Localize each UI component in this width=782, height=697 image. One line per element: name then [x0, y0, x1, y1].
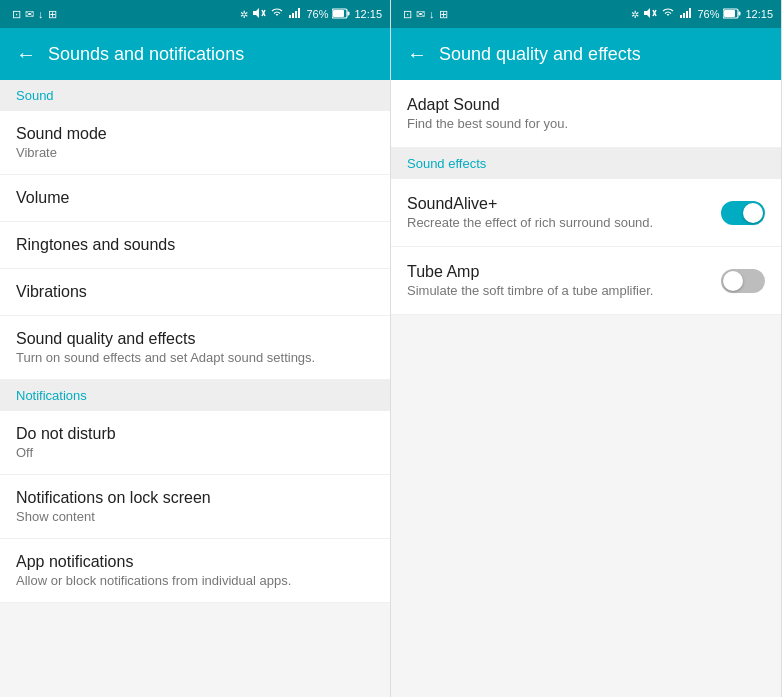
tube-amp-text: Tube Amp Simulate the soft timbre of a t… [407, 263, 721, 298]
sound-quality-item[interactable]: Sound quality and effects Turn on sound … [0, 316, 390, 380]
lock-screen-notifications-title: Notifications on lock screen [16, 489, 374, 507]
svg-rect-8 [333, 10, 344, 17]
r-battery-percent: 76% [697, 8, 719, 20]
left-toolbar: ← Sounds and notifications [0, 28, 390, 80]
r-wifi-icon [661, 8, 675, 20]
svg-rect-13 [686, 11, 688, 18]
left-content: Sound Sound mode Vibrate Volume Ringtone… [0, 80, 390, 697]
r-notification-icon-2: ✉ [416, 8, 425, 21]
time: 12:15 [354, 8, 382, 20]
mute-icon [252, 7, 266, 21]
right-content: Adapt Sound Find the best sound for you.… [391, 80, 781, 697]
sound-effects-section-header: Sound effects [391, 148, 781, 179]
svg-rect-7 [348, 11, 350, 15]
wifi-icon [270, 8, 284, 20]
r-bluetooth-icon: ✲ [631, 9, 639, 20]
svg-rect-3 [292, 13, 294, 18]
lock-screen-notifications-subtitle: Show content [16, 509, 374, 524]
sound-quality-subtitle: Turn on sound effects and set Adapt soun… [16, 350, 374, 365]
sound-quality-title: Sound quality and effects [16, 330, 374, 348]
tube-amp-toggle-knob [723, 271, 743, 291]
notification-icon-4: ⊞ [48, 8, 57, 21]
sound-mode-title: Sound mode [16, 125, 374, 143]
adapt-sound-title: Adapt Sound [407, 96, 765, 114]
right-panel: ⊡ ✉ ↓ ⊞ ✲ 76% 12:15 ← Sound quality and [391, 0, 782, 697]
ringtones-title: Ringtones and sounds [16, 236, 374, 254]
vibrations-item[interactable]: Vibrations [0, 269, 390, 316]
right-status-icons: ✲ 76% 12:15 [240, 7, 382, 21]
r-signal-icon [679, 8, 693, 20]
svg-rect-2 [289, 15, 291, 18]
volume-item[interactable]: Volume [0, 175, 390, 222]
do-not-disturb-title: Do not disturb [16, 425, 374, 443]
left-back-button[interactable]: ← [16, 43, 36, 66]
do-not-disturb-item[interactable]: Do not disturb Off [0, 411, 390, 475]
svg-rect-16 [739, 11, 741, 15]
tube-amp-subtitle: Simulate the soft timbre of a tube ampli… [407, 283, 709, 298]
r-time: 12:15 [745, 8, 773, 20]
bluetooth-icon: ✲ [240, 9, 248, 20]
soundalive-title: SoundAlive+ [407, 195, 709, 213]
right-left-status-icons: ⊡ ✉ ↓ ⊞ [403, 8, 448, 21]
soundalive-row: SoundAlive+ Recreate the effect of rich … [407, 195, 765, 230]
r-battery-icon [723, 8, 741, 21]
right-toolbar-title: Sound quality and effects [439, 44, 641, 65]
right-right-status-icons: ✲ 76% 12:15 [631, 7, 773, 21]
r-notification-icon-4: ⊞ [439, 8, 448, 21]
adapt-sound-item[interactable]: Adapt Sound Find the best sound for you. [391, 80, 781, 148]
svg-rect-5 [298, 8, 300, 18]
r-mute-icon [643, 7, 657, 21]
tube-amp-row: Tube Amp Simulate the soft timbre of a t… [407, 263, 765, 298]
app-notifications-title: App notifications [16, 553, 374, 571]
ringtones-item[interactable]: Ringtones and sounds [0, 222, 390, 269]
left-panel: ⊡ ✉ ↓ ⊞ ✲ 76% 12:15 ← Sounds and notifi [0, 0, 391, 697]
r-notification-icon-3: ↓ [429, 8, 435, 20]
svg-rect-11 [680, 15, 682, 18]
svg-rect-12 [683, 13, 685, 18]
soundalive-item[interactable]: SoundAlive+ Recreate the effect of rich … [391, 179, 781, 247]
soundalive-text: SoundAlive+ Recreate the effect of rich … [407, 195, 721, 230]
left-toolbar-title: Sounds and notifications [48, 44, 244, 65]
notification-icon-1: ⊡ [12, 8, 21, 21]
left-status-bar: ⊡ ✉ ↓ ⊞ ✲ 76% 12:15 [0, 0, 390, 28]
tube-amp-toggle[interactable] [721, 269, 765, 293]
soundalive-subtitle: Recreate the effect of rich surround sou… [407, 215, 709, 230]
battery-percent: 76% [306, 8, 328, 20]
battery-icon [332, 8, 350, 21]
lock-screen-notifications-item[interactable]: Notifications on lock screen Show conten… [0, 475, 390, 539]
svg-rect-4 [295, 11, 297, 18]
right-status-bar: ⊡ ✉ ↓ ⊞ ✲ 76% 12:15 [391, 0, 781, 28]
signal-icon [288, 8, 302, 20]
sound-mode-item[interactable]: Sound mode Vibrate [0, 111, 390, 175]
sound-section-header: Sound [0, 80, 390, 111]
app-notifications-subtitle: Allow or block notifications from indivi… [16, 573, 374, 588]
vibrations-title: Vibrations [16, 283, 374, 301]
soundalive-toggle[interactable] [721, 201, 765, 225]
do-not-disturb-subtitle: Off [16, 445, 374, 460]
tube-amp-title: Tube Amp [407, 263, 709, 281]
soundalive-toggle-knob [743, 203, 763, 223]
sound-mode-subtitle: Vibrate [16, 145, 374, 160]
notifications-section-header: Notifications [0, 380, 390, 411]
r-notification-icon-1: ⊡ [403, 8, 412, 21]
svg-rect-14 [689, 8, 691, 18]
app-notifications-item[interactable]: App notifications Allow or block notific… [0, 539, 390, 603]
notification-icon-3: ↓ [38, 8, 44, 20]
left-status-icons: ⊡ ✉ ↓ ⊞ [12, 8, 57, 21]
volume-title: Volume [16, 189, 374, 207]
notification-icon-2: ✉ [25, 8, 34, 21]
adapt-sound-subtitle: Find the best sound for you. [407, 116, 765, 131]
right-toolbar: ← Sound quality and effects [391, 28, 781, 80]
svg-rect-17 [724, 10, 735, 17]
tube-amp-item[interactable]: Tube Amp Simulate the soft timbre of a t… [391, 247, 781, 315]
right-back-button[interactable]: ← [407, 43, 427, 66]
